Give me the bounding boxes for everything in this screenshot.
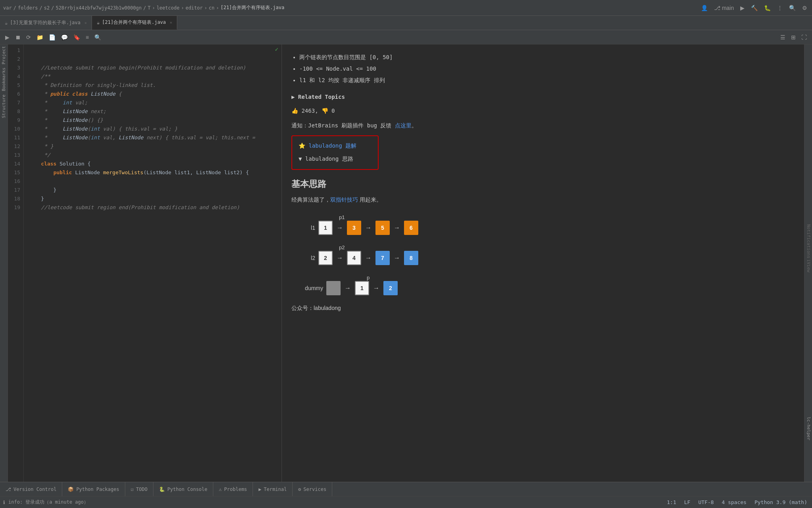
- terminal-icon: ▶: [259, 487, 261, 492]
- dummy-node: [326, 281, 341, 295]
- tab-python-console[interactable]: 🐍 Python Console: [153, 482, 213, 496]
- line-9: * ListNode(int val) { this.val = val; }: [29, 126, 178, 132]
- dummy-node-1: 1: [355, 281, 369, 295]
- breadcrumb-item[interactable]: leetcode: [157, 5, 180, 11]
- related-topics[interactable]: ▶ Related Topics: [291, 92, 795, 102]
- p2-label: p2: [339, 243, 345, 252]
- user-icon[interactable]: 👤: [699, 4, 709, 12]
- tab-terminal-label: Terminal: [264, 487, 287, 492]
- tab-version-control-label: Version Control: [13, 487, 56, 492]
- info-icon: ℹ: [3, 500, 5, 505]
- line-3: /**: [29, 73, 50, 79]
- top-bar: var / folders / s2 / 528rrbjx44zbfw7wjy4…: [0, 0, 812, 16]
- stop-button[interactable]: ⏹: [13, 33, 23, 42]
- line-13: class Solution {: [29, 161, 91, 167]
- line-7: * ListNode next;: [29, 108, 106, 114]
- tab-close-icon-active[interactable]: ✕: [170, 20, 172, 25]
- constraint-item: -100 <= Node.val <= 100: [299, 64, 795, 74]
- sep: /: [40, 5, 42, 11]
- split-button[interactable]: ⊞: [789, 33, 798, 42]
- double-pointer-link[interactable]: 双指针技巧: [330, 196, 358, 203]
- line-ending[interactable]: LF: [683, 499, 692, 505]
- run-button[interactable]: ▶: [3, 33, 11, 42]
- tab-services[interactable]: ⚙ Services: [293, 482, 332, 496]
- encoding[interactable]: UTF-8: [697, 499, 715, 505]
- language-setting[interactable]: Python 3.9 (math): [753, 499, 809, 505]
- refresh-button[interactable]: ⟳: [24, 33, 33, 42]
- run-icon[interactable]: ▶: [739, 4, 746, 12]
- top-right-icons: 👤 ⎇ main ▶ 🔨 🐛 ⋮ 🔍 ⚙: [699, 4, 809, 12]
- l2-node-8: 8: [404, 251, 418, 265]
- breadcrumb-item[interactable]: 528rrbjx44zbfw7wjy423b1w0000gn: [56, 5, 142, 11]
- build-icon[interactable]: 🔨: [749, 4, 759, 12]
- sep: /: [143, 5, 146, 11]
- breadcrumb-item[interactable]: cn: [209, 5, 214, 11]
- l2-node-4: 4: [347, 251, 361, 265]
- tab-python-packages[interactable]: 📦 Python Packages: [62, 482, 125, 496]
- editor: 12345 678910 1112131415 16171819 //Leetc…: [8, 44, 282, 482]
- l2-row: p2 l2 2 → 4 → 7 → 8: [291, 251, 795, 265]
- debug-icon[interactable]: 🐛: [762, 4, 772, 12]
- version-control-icon: ⎇: [6, 487, 11, 492]
- left-panel: Project Bookmarks Structure: [0, 44, 8, 482]
- settings-icon[interactable]: ⚙: [801, 4, 809, 12]
- line-14: public ListNode mergeTwoLists(ListNode l…: [29, 169, 249, 175]
- bookmarks-sidebar-label[interactable]: Bookmarks: [0, 66, 7, 93]
- thumbs-section: 👍 2463, 👎 0: [291, 106, 795, 116]
- notifications-label[interactable]: Notifications: [805, 223, 812, 260]
- breadcrumb-item[interactable]: var: [3, 5, 12, 11]
- diff-button[interactable]: ≡: [84, 33, 91, 42]
- code-area[interactable]: //Leetcode submit region begin(Prohibit …: [24, 44, 282, 482]
- main-content: Project Bookmarks Structure 12345 678910…: [0, 44, 812, 482]
- tab-problems[interactable]: ⚠ Problems: [213, 482, 253, 496]
- arrow: →: [345, 283, 351, 294]
- right-sidebar: SCiView Notifications lc-helper: [804, 44, 812, 482]
- labuladong-thought[interactable]: ▼ labuladong 思路: [299, 156, 353, 162]
- section-text: 经典算法题了，双指针技巧 用起来。: [291, 195, 795, 205]
- tab-bar: ☕ [3]无重复字符的最长子串.java ✕ ☕ [21]合并两个有序链表.ja…: [0, 16, 812, 30]
- l1-node-1: 1: [318, 221, 333, 235]
- arrow: →: [365, 222, 372, 234]
- fullscreen-button[interactable]: ⛶: [799, 33, 809, 42]
- project-sidebar-label[interactable]: Project: [0, 44, 7, 66]
- breadcrumb-item[interactable]: editor: [186, 5, 203, 11]
- tab-version-control[interactable]: ⎇ Version Control: [0, 482, 62, 496]
- file-button[interactable]: 📄: [47, 33, 57, 42]
- line-18: //leetcode submit region end(Prohibit mo…: [29, 204, 239, 210]
- breadcrumb-item[interactable]: folders: [18, 5, 38, 11]
- tab-todo[interactable]: ☑ TODO: [125, 482, 153, 496]
- tab-item[interactable]: ☕ [3]无重复字符的最长子串.java ✕: [0, 16, 92, 30]
- structure-sidebar-label[interactable]: Structure: [0, 93, 7, 120]
- folder-button[interactable]: 📁: [34, 33, 45, 42]
- cursor-position[interactable]: 1:1: [665, 499, 678, 505]
- tab-item-active[interactable]: ☕ [21]合并两个有序链表.java ✕: [92, 16, 177, 30]
- tab-label: [3]无重复字符的最长子串.java: [10, 19, 80, 26]
- run-bar-text: info: 登录成功（a minute ago）: [8, 499, 88, 506]
- lc-helper-label[interactable]: lc-helper: [805, 415, 812, 442]
- search-icon[interactable]: 🔍: [787, 4, 797, 12]
- layout-button[interactable]: ☰: [778, 33, 787, 42]
- dummy-node-2: 2: [383, 281, 398, 295]
- notification-link[interactable]: 点这里: [395, 122, 412, 129]
- action-bar: ▶ ⏹ ⟳ 📁 📄 💬 🔖 ≡ 🔍 ☰ ⊞ ⛶: [0, 30, 812, 44]
- branch-icon[interactable]: ⎇ main: [712, 4, 735, 12]
- arrow: →: [394, 252, 400, 264]
- line-11: * }: [29, 143, 54, 149]
- comment-button[interactable]: 💬: [59, 33, 70, 42]
- bookmark-button[interactable]: 🔖: [71, 33, 82, 42]
- todo-icon: ☑: [131, 487, 134, 492]
- tab-python-packages-label: Python Packages: [76, 487, 119, 492]
- status-right: 1:1 LF UTF-8 4 spaces Python 3.9 (math): [665, 499, 809, 505]
- indent-setting[interactable]: 4 spaces: [720, 499, 748, 505]
- line-10: * ListNode(int val, ListNode next) { thi…: [29, 135, 255, 140]
- breadcrumb-item[interactable]: T: [147, 5, 150, 11]
- tab-close-icon[interactable]: ✕: [84, 21, 87, 25]
- tab-terminal[interactable]: ▶ Terminal: [253, 482, 293, 496]
- breadcrumb-item[interactable]: s2: [44, 5, 50, 11]
- arrow: →: [337, 222, 343, 234]
- inspect-button[interactable]: 🔍: [92, 33, 103, 42]
- more-icon[interactable]: ⋮: [776, 4, 784, 12]
- sep: /: [51, 5, 54, 11]
- line-numbers: 12345 678910 1112131415 16171819: [8, 44, 24, 482]
- labuladong-title-link[interactable]: ⭐ labuladong 题解: [299, 142, 356, 149]
